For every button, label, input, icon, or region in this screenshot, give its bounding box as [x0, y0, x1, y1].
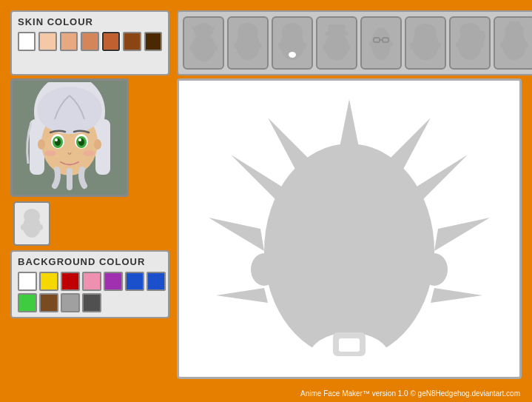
face-option-5[interactable] [360, 16, 402, 70]
face-icon-8 [498, 21, 531, 64]
svg-point-78 [421, 253, 448, 286]
skin-colour-panel: SKIN COLOUR [10, 10, 169, 76]
svg-marker-70 [231, 155, 290, 199]
svg-point-13 [278, 43, 283, 49]
svg-point-65 [21, 224, 25, 230]
bg-swatch-red[interactable] [61, 272, 80, 291]
svg-point-57 [55, 138, 58, 141]
svg-marker-72 [408, 155, 468, 199]
skin-swatch-1[interactable] [18, 32, 36, 51]
svg-point-10 [257, 43, 262, 49]
svg-point-19 [323, 44, 327, 50]
bg-swatch-brown[interactable] [39, 293, 58, 312]
face-preview-svg [16, 82, 124, 193]
svg-point-50 [37, 87, 102, 134]
svg-point-5 [189, 45, 194, 51]
face-icon-3 [276, 21, 309, 64]
svg-point-62 [94, 139, 101, 150]
svg-point-59 [44, 150, 56, 156]
bg-swatch-purple[interactable] [104, 272, 123, 291]
svg-point-12 [282, 23, 303, 41]
face-preview [10, 78, 129, 197]
svg-point-77 [251, 253, 277, 286]
face-icon-7 [454, 21, 486, 64]
svg-point-29 [410, 43, 414, 49]
svg-point-64 [24, 209, 40, 224]
skin-swatch-7[interactable] [144, 32, 162, 51]
svg-point-9 [234, 43, 238, 49]
bg-swatch-blue[interactable] [125, 272, 144, 291]
svg-point-61 [38, 139, 45, 150]
svg-point-60 [83, 150, 95, 156]
hair-icon-svg [18, 206, 45, 241]
face-option-7[interactable] [449, 16, 491, 70]
bg-swatch-dark-gray[interactable] [82, 293, 101, 312]
svg-point-38 [500, 42, 505, 48]
face-icon-5 [365, 21, 397, 64]
skin-swatch-6[interactable] [123, 32, 141, 51]
face-icon-2 [232, 21, 264, 64]
svg-point-33 [456, 42, 460, 48]
svg-marker-71 [383, 118, 431, 173]
bg-colour-label: BACKGROUND COLOUR [18, 256, 162, 267]
svg-rect-18 [328, 24, 346, 33]
main-canvas [177, 78, 522, 379]
bg-swatch-blue2[interactable] [147, 272, 166, 291]
svg-point-39 [524, 42, 528, 48]
svg-marker-69 [268, 118, 316, 173]
face-icon-4 [320, 21, 353, 64]
svg-point-22 [369, 41, 374, 47]
svg-marker-75 [216, 288, 268, 303]
face-option-2[interactable] [227, 16, 269, 70]
svg-point-14 [302, 43, 306, 49]
svg-point-8 [238, 23, 258, 41]
skin-colour-swatches [18, 32, 162, 51]
hair-style-icon[interactable] [13, 201, 50, 246]
svg-marker-68 [338, 99, 360, 155]
bg-swatch-yellow[interactable] [39, 272, 58, 291]
skin-colour-label: SKIN COLOUR [18, 16, 162, 27]
bg-colour-swatches [18, 272, 162, 312]
svg-point-32 [459, 23, 480, 39]
background-colour-panel: BACKGROUND COLOUR [10, 250, 169, 318]
bg-swatch-gray[interactable] [61, 293, 80, 312]
bg-swatch-white[interactable] [18, 272, 37, 291]
svg-rect-81 [339, 338, 360, 352]
svg-point-28 [414, 24, 437, 40]
face-icon-1 [187, 21, 220, 64]
face-option-6[interactable] [405, 16, 446, 70]
svg-point-21 [371, 27, 391, 60]
svg-point-23 [388, 41, 393, 47]
svg-point-58 [78, 138, 81, 141]
skin-swatch-4[interactable] [81, 32, 98, 51]
bg-swatch-green[interactable] [18, 293, 37, 312]
svg-point-66 [38, 224, 43, 230]
footer-text: Anime Face Maker™ version 1.0 © geN8Hedg… [300, 388, 526, 399]
main-hair-svg [179, 81, 519, 377]
svg-marker-76 [431, 288, 482, 303]
face-option-1[interactable] [183, 16, 224, 70]
top-section: SKIN COLOUR [6, 6, 526, 78]
svg-marker-74 [434, 218, 490, 251]
face-option-3[interactable] [272, 16, 313, 70]
svg-marker-73 [209, 218, 264, 251]
face-options-panel [177, 10, 532, 76]
svg-point-16 [325, 33, 349, 61]
skin-swatch-3[interactable] [60, 32, 78, 51]
face-option-8[interactable] [494, 16, 532, 70]
face-option-4[interactable] [316, 16, 357, 70]
skin-swatch-2[interactable] [38, 32, 56, 51]
skin-swatch-5[interactable] [102, 32, 120, 51]
svg-point-20 [346, 44, 351, 50]
bg-swatch-pink[interactable] [82, 272, 101, 291]
svg-point-6 [213, 45, 218, 51]
app-container: SKIN COLOUR [0, 0, 532, 402]
face-icon-6 [409, 21, 442, 64]
svg-point-35 [478, 30, 485, 42]
bottom-section: BACKGROUND COLOUR [6, 78, 526, 383]
left-panel: BACKGROUND COLOUR [10, 78, 169, 379]
svg-point-67 [264, 144, 434, 358]
svg-point-30 [437, 43, 441, 49]
svg-point-34 [479, 42, 484, 48]
svg-point-15 [289, 52, 296, 58]
